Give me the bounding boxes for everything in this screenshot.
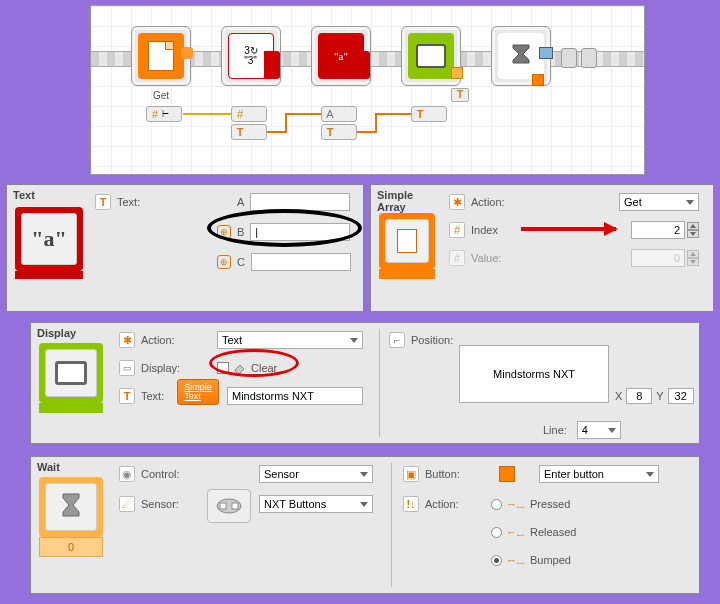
action-select[interactable]: Get — [619, 193, 699, 211]
field-label: Action: — [141, 334, 175, 346]
field-label: Value: — [471, 252, 501, 264]
gear-icon: ✱ — [119, 332, 135, 348]
get-block[interactable]: Get — [131, 26, 191, 86]
beam-connector[interactable] — [561, 48, 577, 68]
text-a-input[interactable] — [250, 193, 350, 211]
text-b-input[interactable] — [250, 223, 350, 241]
field-label: Display: — [141, 362, 180, 374]
release-icon: ←⎵ — [506, 526, 524, 538]
data-wire — [183, 113, 231, 115]
y-input[interactable] — [668, 388, 694, 404]
data-wire — [267, 131, 285, 133]
option-label: Bumped — [530, 554, 571, 566]
grip-icon — [354, 51, 370, 79]
panel-title: Wait — [37, 461, 60, 473]
file-icon — [385, 219, 429, 263]
eraser-icon — [233, 361, 247, 375]
display-block[interactable] — [401, 26, 461, 86]
button-icon: ▣ — [403, 466, 419, 482]
display-text-input[interactable] — [227, 387, 363, 405]
wait-block[interactable] — [491, 26, 551, 86]
x-input[interactable] — [626, 388, 652, 404]
button-color-swatch — [499, 466, 515, 482]
data-wire — [285, 113, 321, 115]
x-label: X — [615, 390, 622, 402]
field-label: Index — [471, 224, 498, 236]
beam-connector[interactable] — [581, 48, 597, 68]
stop-icon — [532, 74, 544, 86]
field-label: Button: — [425, 468, 460, 480]
panel-title: Text — [13, 189, 35, 201]
programming-canvas[interactable]: Get 3↻"3" "a" #⊢ # T A T T — [90, 5, 645, 175]
preview-text: Mindstorms NXT — [493, 368, 575, 380]
simple-text-button[interactable]: Simple Text — [177, 379, 219, 405]
arrow-right-icon — [539, 47, 553, 59]
hourglass-icon — [498, 33, 544, 79]
control-select[interactable]: Sensor — [259, 465, 373, 483]
radio-released[interactable] — [491, 527, 502, 538]
text-config-panel: Text "a" T Text: A ⊕ B ⊕ C — [6, 184, 364, 312]
button-select[interactable]: Enter button — [539, 465, 659, 483]
t-icon: T — [119, 388, 135, 404]
panel-title: Display — [37, 327, 76, 339]
field-label: Control: — [141, 468, 180, 480]
data-wire — [375, 113, 411, 115]
block-label: Get — [132, 90, 190, 101]
grip-icon — [264, 51, 280, 79]
sensor-icon: ☄ — [119, 496, 135, 512]
t-icon: T — [415, 109, 425, 119]
select-value: Enter button — [544, 468, 604, 480]
up-arrow-icon — [451, 67, 463, 79]
screen-icon — [45, 349, 97, 397]
plus-icon — [181, 47, 193, 59]
array-panel-icon-base — [379, 269, 435, 279]
gear-icon: ✱ — [449, 194, 465, 210]
display-action-select[interactable]: Text — [217, 331, 363, 349]
t-icon: T — [325, 127, 335, 137]
index-spinner[interactable] — [687, 222, 699, 238]
position-icon: ⌐ — [389, 332, 405, 348]
option-label: Pressed — [530, 498, 570, 510]
svg-rect-1 — [220, 503, 226, 509]
hash-icon: # — [150, 109, 160, 119]
display-config-panel: Display ✱ Action: Text ▭ Display: Clear … — [30, 322, 700, 444]
select-value: Sensor — [264, 468, 299, 480]
line-label: Line: — [543, 424, 567, 436]
display-preview[interactable]: Mindstorms NXT — [459, 345, 609, 403]
plug-icon: ⊕ — [217, 225, 231, 239]
c-label: C — [237, 256, 245, 268]
action-icon: !↓ — [403, 496, 419, 512]
file-icon — [138, 33, 184, 79]
svg-rect-2 — [232, 503, 238, 509]
display-panel-icon — [39, 343, 103, 403]
simple-array-config-panel: Simple Array ✱ Action: Get # Index # Val… — [370, 184, 714, 312]
clear-checkbox[interactable] — [217, 362, 229, 374]
field-label: Action: — [471, 196, 505, 208]
option-label: Released — [530, 526, 576, 538]
num-to-text-block[interactable]: 3↻"3" — [221, 26, 281, 86]
sensor-image — [207, 489, 251, 523]
field-label: Text: — [117, 196, 140, 208]
text-c-input[interactable] — [251, 253, 351, 271]
wait-panel-icon — [39, 477, 103, 537]
array-panel-icon — [379, 213, 435, 269]
clear-label: Clear — [251, 362, 277, 374]
value-spinner — [687, 250, 699, 266]
line-select[interactable]: 4 — [577, 421, 621, 439]
data-wire — [357, 131, 375, 133]
hourglass-icon — [45, 483, 97, 531]
t-icon: T — [235, 127, 245, 137]
select-value: Get — [624, 196, 642, 208]
a-icon: A — [325, 109, 335, 119]
radio-bumped[interactable] — [491, 555, 502, 566]
text-block[interactable]: "a" — [311, 26, 371, 86]
hash-icon: # — [235, 109, 245, 119]
radio-pressed[interactable] — [491, 499, 502, 510]
index-input[interactable] — [631, 221, 685, 239]
wait-counter: 0 — [39, 537, 103, 557]
plug-icon: ⊕ — [217, 255, 231, 269]
display-icon: ▭ — [119, 360, 135, 376]
field-label: Text: — [141, 390, 164, 402]
screen-icon — [408, 33, 454, 79]
sensor-select[interactable]: NXT Buttons — [259, 495, 373, 513]
